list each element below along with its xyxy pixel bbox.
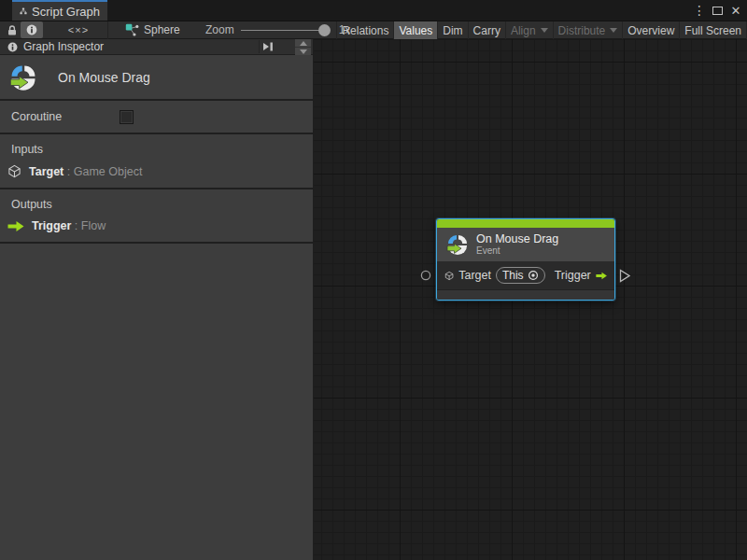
input-type: : Game Object (67, 165, 143, 178)
carry-button[interactable]: Carry (468, 21, 505, 39)
node-on-mouse-drag[interactable]: On Mouse Drag Event Target This (436, 218, 615, 301)
mouse-drag-icon (9, 63, 37, 91)
graph-toolbar: <×> Sphere Zoom 1x Relations Values Dim … (0, 21, 747, 39)
target-value-chip[interactable]: This (496, 267, 545, 284)
graph-breadcrumb[interactable]: Sphere (125, 21, 180, 38)
output-row-trigger: Trigger : Flow (0, 219, 313, 232)
graph-inspector-panel: Graph Inspector On Mouse Drag (0, 39, 314, 560)
inspector-title: Graph Inspector (23, 40, 104, 53)
inputs-heading: Inputs (0, 143, 313, 156)
graph-name: Sphere (144, 23, 180, 36)
trigger-port-label: Trigger (555, 269, 591, 282)
node-footer (437, 289, 614, 300)
unit-title-section: On Mouse Drag (0, 55, 313, 101)
graph-hierarchy-icon (20, 5, 27, 18)
output-name: Trigger (32, 219, 71, 232)
relations-button[interactable]: Relations (336, 21, 393, 39)
toolbar-separator (107, 21, 108, 39)
distribute-dropdown[interactable]: Distribute (553, 21, 623, 39)
target-port-label: Target (458, 269, 491, 282)
values-button[interactable]: Values (393, 21, 437, 39)
code-view-button[interactable]: <×> (62, 21, 95, 38)
tab-bar: Script Graph ⋮ ✕ (0, 0, 747, 21)
unity-script-graph-window: Script Graph ⋮ ✕ <×> (0, 0, 747, 560)
inspector-toggle-button[interactable] (21, 21, 43, 38)
mouse-drag-icon (446, 233, 469, 256)
script-graph-asset-icon (125, 23, 139, 37)
window-menu-icon[interactable]: ⋮ (693, 3, 706, 18)
chevron-down-icon (610, 28, 617, 33)
target-picker-icon (528, 270, 539, 281)
zoom-label: Zoom (205, 23, 234, 36)
tab-script-graph[interactable]: Script Graph (12, 0, 107, 21)
info-icon (7, 42, 18, 52)
game-object-cube-icon (444, 269, 454, 283)
zoom-control: Zoom 1x (205, 21, 350, 38)
dock-panel-button[interactable] (259, 40, 275, 53)
zoom-slider-handle[interactable] (318, 24, 331, 36)
outputs-section: Outputs Trigger : Flow (0, 189, 313, 244)
graph-inspector-header: Graph Inspector (0, 39, 313, 55)
input-name: Target (29, 165, 63, 178)
maximize-icon[interactable] (712, 7, 723, 15)
node-header: On Mouse Drag Event (437, 228, 614, 261)
align-dropdown[interactable]: Align (505, 21, 553, 39)
zoom-slider[interactable] (241, 30, 327, 31)
chevron-down-icon (541, 28, 548, 33)
flow-arrow-icon (596, 270, 607, 282)
node-event-accent-bar (437, 219, 614, 228)
lock-button[interactable] (4, 21, 21, 38)
coroutine-section: Coroutine (0, 101, 313, 134)
flow-arrow-icon (7, 220, 24, 232)
node-title: On Mouse Drag (476, 232, 558, 245)
game-object-cube-icon (7, 164, 21, 178)
fullscreen-button[interactable]: Full Screen (679, 21, 747, 39)
outputs-heading: Outputs (0, 198, 313, 211)
toolbar-right-buttons: Relations Values Dim Carry Align Distrib… (336, 21, 747, 39)
input-row-target: Target : Game Object (0, 164, 313, 178)
tab-label: Script Graph (32, 5, 100, 19)
dock-right-icon (262, 42, 274, 51)
scroll-up-icon[interactable] (295, 39, 311, 47)
unit-title: On Mouse Drag (58, 70, 150, 85)
node-subtitle: Event (476, 245, 558, 257)
coroutine-label: Coroutine (11, 110, 62, 123)
lock-icon (7, 24, 18, 36)
panel-scroll-stepper[interactable] (295, 39, 311, 55)
output-type: : Flow (75, 219, 106, 232)
close-icon[interactable]: ✕ (729, 4, 742, 18)
node-ports-row: Target This Trigger (437, 261, 614, 289)
overview-button[interactable]: Overview (622, 21, 679, 39)
node-input-port[interactable] (420, 270, 431, 281)
node-output-port[interactable] (619, 269, 631, 283)
info-icon (26, 24, 37, 35)
coroutine-checkbox[interactable] (120, 110, 134, 124)
window-controls: ⋮ ✕ (693, 0, 745, 21)
inputs-section: Inputs Target : Game Object (0, 134, 313, 189)
dim-button[interactable]: Dim (437, 21, 467, 39)
scroll-down-icon[interactable] (295, 47, 311, 55)
